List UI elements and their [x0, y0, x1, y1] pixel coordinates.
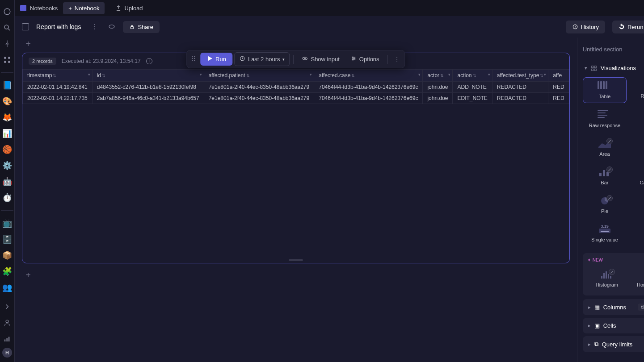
col-case[interactable]: affected.case⇅▾ [314, 70, 423, 82]
col-timestamp[interactable]: timestamp⇅▾ [23, 70, 93, 82]
document-title[interactable]: Report with logs [36, 23, 81, 30]
svg-rect-37 [591, 69, 593, 71]
acc-visualizations[interactable]: ▾ Visualizations ▦ Table [583, 61, 644, 75]
svg-rect-38 [594, 69, 596, 71]
results-table: timestamp⇅▾ id⇅▾ affected.patient⇅▾ affe… [22, 69, 569, 104]
svg-rect-4 [4, 57, 6, 59]
viz-area[interactable]: Area [583, 135, 627, 160]
grid-icon[interactable] [0, 53, 14, 67]
app-icon-9[interactable]: 📺 [0, 216, 14, 230]
svg-line-2 [8, 29, 10, 30]
viz-band[interactable]: Band [630, 135, 644, 160]
col-action[interactable]: action⇅▾ [453, 70, 492, 82]
viz-table[interactable]: Table [583, 77, 627, 103]
svg-rect-40 [603, 170, 605, 176]
app-icon-11[interactable]: 📦 [0, 248, 14, 262]
section-more-icon[interactable] [391, 54, 403, 65]
app-icon-3[interactable]: 🦊 [0, 110, 14, 125]
section-toolbar: ⠿ Run Last 2 hours ▾ [186, 50, 405, 68]
viz-raw-response[interactable]: Raw response [583, 107, 627, 132]
new-notebook-button[interactable]: +Notebook [63, 2, 105, 14]
svg-point-18 [94, 26, 95, 27]
svg-rect-49 [606, 271, 607, 279]
svg-rect-21 [131, 26, 134, 29]
viz-line[interactable]: Line [630, 107, 644, 132]
timeframe-button[interactable]: Last 2 hours ▾ [234, 52, 290, 66]
notebooks-link[interactable]: Notebooks [20, 5, 58, 12]
viz-categorical[interactable]: Categorical [630, 164, 644, 189]
panel-title[interactable]: Untitled section [583, 46, 623, 53]
app-icon-8[interactable]: ⏱️ [0, 191, 14, 205]
expand-icon[interactable] [0, 300, 14, 314]
user-icon[interactable] [0, 316, 14, 330]
app-icon-10[interactable]: 🗄️ [0, 232, 14, 246]
svg-point-1 [4, 25, 8, 29]
viz-donut[interactable]: Donut [630, 192, 644, 217]
svg-point-25 [304, 58, 305, 59]
logo-icon[interactable] [0, 4, 14, 19]
viz-single-value[interactable]: 3.19▬▬ Single value [583, 221, 627, 246]
table-row[interactable]: 2022-02-01 14:22:17.7352ab7a856-946a-46c… [23, 93, 569, 104]
svg-point-20 [109, 25, 114, 29]
col-affe[interactable]: affe [548, 70, 569, 82]
app-icon-13[interactable]: 👥 [0, 280, 14, 295]
app-icon-5[interactable]: 🏀 [0, 142, 14, 157]
svg-rect-6 [4, 61, 6, 63]
viz-histogram[interactable]: Histogram [587, 266, 627, 291]
acc-columns[interactable]: ▸▦Columns timestamp… [583, 299, 644, 315]
upload-button[interactable]: Upload [110, 2, 148, 14]
chart-icon[interactable] [0, 332, 14, 346]
share-button[interactable]: Share [123, 21, 160, 33]
search-icon[interactable] [0, 21, 14, 35]
svg-rect-7 [8, 61, 10, 63]
drag-handle-icon[interactable]: ⠿ [189, 55, 198, 63]
viz-pie[interactable]: Pie [583, 192, 627, 217]
records-badge: 2 records [29, 58, 56, 65]
right-panel: Untitled section ✕ ▾ Visualizations ▦ Ta… [577, 37, 644, 362]
options-button[interactable]: Options [346, 53, 384, 66]
workspace-badge[interactable]: H [2, 348, 12, 358]
svg-rect-50 [608, 274, 609, 279]
document-icon [22, 23, 29, 30]
title-more-icon[interactable] [88, 21, 101, 33]
pin-icon[interactable] [0, 37, 14, 51]
col-id[interactable]: id⇅▾ [92, 70, 204, 82]
info-icon[interactable]: i [146, 58, 152, 64]
resize-handle[interactable] [22, 257, 569, 263]
app-icon-6[interactable]: ⚙️ [0, 158, 14, 173]
run-button[interactable]: Run [200, 53, 232, 66]
acc-query-limits[interactable]: ▸⧉Query limits [583, 336, 644, 352]
svg-rect-9 [4, 340, 5, 342]
svg-rect-39 [599, 173, 602, 176]
svg-point-24 [303, 57, 307, 60]
viz-record-list[interactable]: Record list [630, 77, 644, 103]
viz-honeycomb[interactable]: Honeycomb [630, 266, 644, 291]
viz-bar[interactable]: Bar [583, 164, 627, 189]
app-icon-1[interactable]: 📘 [0, 78, 14, 92]
acc-cells[interactable]: ▸▣Cells [583, 318, 644, 333]
svg-point-19 [94, 29, 95, 29]
svg-point-0 [4, 8, 10, 15]
history-button[interactable]: History [566, 21, 605, 33]
app-icon-12[interactable]: 🧩 [0, 264, 14, 279]
svg-point-34 [397, 61, 398, 62]
add-section-top-button[interactable]: + [22, 37, 34, 50]
svg-point-33 [397, 59, 398, 60]
result-card: 2 records Executed at: 23.9.2024, 13:54:… [22, 53, 570, 263]
svg-rect-11 [8, 337, 9, 342]
add-section-bottom-button[interactable]: + [22, 269, 34, 281]
svg-rect-47 [601, 276, 602, 279]
show-input-button[interactable]: Show input [297, 53, 344, 66]
app-icon-2[interactable]: 🎨 [0, 94, 14, 108]
table-row[interactable]: 2022-02-01 14:19:42.841d4843552-c276-412… [23, 82, 569, 93]
rerun-button[interactable]: Rerun sections [612, 21, 644, 33]
col-test-type[interactable]: affected.test_type⇅▾ [492, 70, 548, 82]
col-actor[interactable]: actor⇅▾ [423, 70, 453, 82]
topbar: Notebooks +Notebook Upload ? [15, 0, 644, 16]
app-icon-4[interactable]: 📊 [0, 126, 14, 141]
app-icon-7[interactable]: 🤖 [0, 175, 14, 189]
editor-area: + ⠿ Run Last 2 hours ▾ [15, 37, 577, 362]
col-patient[interactable]: affected.patient⇅▾ [204, 70, 314, 82]
svg-point-17 [94, 24, 95, 25]
sync-icon [108, 22, 116, 32]
